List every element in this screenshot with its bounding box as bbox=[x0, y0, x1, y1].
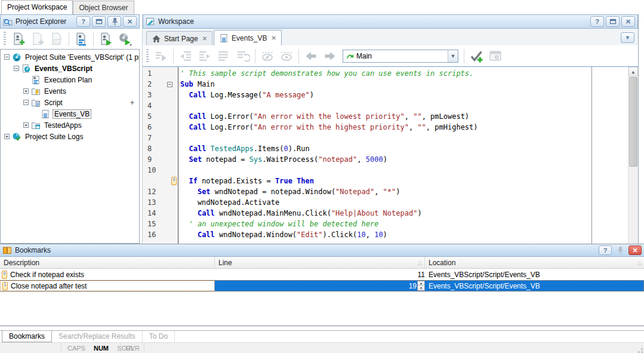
spinner-up-icon[interactable]: ▲ bbox=[418, 281, 424, 286]
run-suite-button[interactable] bbox=[116, 30, 134, 47]
scroll-thumb[interactable] bbox=[629, 77, 637, 167]
code-editor[interactable]: 123456789101213141516 −0 ' This sample s… bbox=[143, 67, 638, 244]
toolbar-grip[interactable] bbox=[4, 32, 6, 46]
editor-tab-start-page[interactable]: Start Page✕ bbox=[146, 31, 212, 45]
close-button[interactable]: ✕ bbox=[621, 16, 635, 27]
code-area[interactable]: ' This sample script demonstrates how yo… bbox=[178, 67, 628, 244]
check-add-button[interactable] bbox=[467, 48, 485, 65]
line-spinner[interactable]: ▲▼ bbox=[417, 281, 425, 291]
code-line[interactable]: Call TestedApps.Items(0).Run bbox=[180, 143, 628, 154]
add-project-button[interactable] bbox=[10, 30, 27, 47]
format-undo-button[interactable] bbox=[234, 48, 252, 65]
margin-cell[interactable] bbox=[167, 100, 178, 111]
margin-cell[interactable] bbox=[167, 111, 178, 122]
bookmark-description-cell[interactable]: 1Close notepad after test bbox=[0, 280, 215, 291]
tree-item-testedapps[interactable]: +TestedApps bbox=[1, 119, 139, 131]
add-script-item-button[interactable]: + bbox=[130, 99, 134, 107]
bookmark-row[interactable]: 0Check if notepad exists11Events_VBScrip… bbox=[0, 269, 644, 280]
outdent-button[interactable] bbox=[177, 48, 195, 65]
code-line[interactable]: Call wndNotepad.MainMenu.Click("Help|Abo… bbox=[180, 208, 628, 219]
help-button[interactable]: ? bbox=[599, 245, 612, 255]
code-line[interactable] bbox=[180, 165, 628, 176]
margin-cell[interactable] bbox=[167, 122, 178, 133]
margin-cell[interactable] bbox=[167, 68, 178, 79]
code-line[interactable]: Set notepad = Sys.WaitProcess("notepad",… bbox=[180, 154, 628, 165]
margin-cell[interactable] bbox=[167, 197, 178, 208]
tree-item-project-suite-logs[interactable]: +Project Suite Logs bbox=[1, 131, 139, 142]
code-line[interactable]: Sub Main bbox=[180, 79, 628, 90]
code-line[interactable]: Call Log.Message("A message") bbox=[180, 90, 628, 100]
hide-code-button[interactable] bbox=[258, 48, 276, 65]
execution-plan-button[interactable] bbox=[72, 30, 90, 47]
code-line[interactable] bbox=[180, 133, 628, 143]
margin-cell[interactable] bbox=[167, 186, 178, 197]
code-line[interactable]: ' an unexpected window will be detected … bbox=[180, 219, 628, 229]
show-code-button[interactable] bbox=[278, 48, 295, 65]
margin-cell[interactable] bbox=[167, 143, 178, 154]
editor-tab-events-vb[interactable]: Events_VB✕ bbox=[214, 30, 282, 45]
help-button[interactable]: ? bbox=[590, 16, 604, 27]
bookmark-row[interactable]: 1Close notepad after test19▲▼Events_VBSc… bbox=[0, 280, 644, 291]
tree-expander[interactable]: − bbox=[23, 100, 29, 105]
margin-cell[interactable] bbox=[167, 219, 178, 229]
tree-item-execution-plan[interactable]: Execution Plan bbox=[1, 74, 139, 85]
format-run-button[interactable] bbox=[152, 48, 170, 65]
editor-vertical-scrollbar[interactable]: ▲ bbox=[628, 67, 638, 244]
fold-collapse-icon[interactable]: − bbox=[167, 82, 172, 87]
code-line[interactable]: Set wndNotepad = notepad.Window("Notepad… bbox=[180, 186, 628, 197]
restore-button[interactable] bbox=[92, 16, 106, 27]
tab-overflow-button[interactable]: ▼ bbox=[621, 32, 634, 43]
margin-cell[interactable] bbox=[167, 90, 178, 100]
code-line[interactable] bbox=[180, 100, 628, 111]
bottom-tab-search-replace-results[interactable]: Search/Replace Results bbox=[52, 331, 143, 342]
window-gear-disabled-button[interactable] bbox=[486, 48, 504, 65]
close-button[interactable]: ✕ bbox=[628, 245, 642, 255]
margin-cell[interactable] bbox=[167, 229, 178, 240]
editor-margin-column[interactable]: −0 bbox=[167, 67, 178, 244]
scroll-up-button[interactable]: ▲ bbox=[628, 67, 638, 76]
margin-cell[interactable]: − bbox=[167, 79, 178, 90]
pin-button-disabled[interactable] bbox=[614, 245, 627, 255]
code-line[interactable]: Call Log.Error("An error with the lowest… bbox=[180, 111, 628, 122]
tree-expander[interactable]: − bbox=[4, 54, 10, 60]
tree-item-events[interactable]: +Events bbox=[1, 85, 139, 97]
tree-expander[interactable]: + bbox=[23, 88, 29, 94]
column-header-line[interactable]: Line△ bbox=[215, 257, 425, 268]
tree-item-script[interactable]: −Script+ bbox=[1, 97, 139, 108]
code-line[interactable]: ' This sample script demonstrates how yo… bbox=[180, 68, 628, 79]
margin-cell[interactable]: 0 bbox=[167, 176, 178, 186]
tree-item-events-vb[interactable]: Events_VB bbox=[1, 108, 139, 119]
pin-button[interactable] bbox=[107, 16, 121, 27]
margin-cell[interactable] bbox=[167, 133, 178, 143]
tree-item-events-vbscript[interactable]: −Events_VBScript bbox=[1, 63, 139, 74]
column-header-location[interactable]: Location△ bbox=[425, 257, 644, 268]
open-item-disabled-button[interactable] bbox=[48, 30, 66, 47]
column-header-description[interactable]: Description bbox=[0, 257, 215, 268]
tree-expander[interactable]: − bbox=[14, 66, 19, 71]
tree-item-project-suite-events-vbscript-1-projec[interactable]: −Project Suite 'Events_VBScript' (1 proj… bbox=[1, 51, 139, 63]
tab-close-icon[interactable]: ✕ bbox=[201, 35, 207, 42]
tree-expander[interactable]: + bbox=[23, 122, 29, 128]
spinner-down-icon[interactable]: ▼ bbox=[418, 286, 424, 290]
margin-cell[interactable] bbox=[167, 208, 178, 219]
bottom-tab-bookmarks[interactable]: Bookmarks bbox=[2, 331, 52, 342]
nav-forward-button[interactable] bbox=[321, 48, 339, 65]
tab-close-icon[interactable]: ✕ bbox=[270, 35, 276, 41]
indent-button[interactable] bbox=[196, 48, 214, 65]
code-line[interactable]: If notepad.Exists = True Then bbox=[180, 176, 628, 186]
tree-expander[interactable]: + bbox=[4, 134, 10, 139]
margin-cell[interactable] bbox=[167, 165, 178, 176]
nav-back-button[interactable] bbox=[302, 48, 320, 65]
doc-tab-object-browser[interactable]: Object Browser bbox=[73, 1, 134, 14]
code-line[interactable]: Call Log.Error("An error with the highes… bbox=[180, 122, 628, 133]
help-button[interactable]: ? bbox=[76, 16, 90, 27]
format-lines-button[interactable] bbox=[215, 48, 233, 65]
code-line[interactable]: wndNotepad.Activate bbox=[180, 197, 628, 208]
routine-combo[interactable]: Main▼ bbox=[343, 50, 458, 63]
add-item-disabled-button[interactable] bbox=[29, 30, 47, 47]
doc-tab-project-workspace[interactable]: Project Workspace bbox=[1, 0, 73, 14]
margin-cell[interactable] bbox=[167, 154, 178, 165]
combo-dropdown-button[interactable]: ▼ bbox=[448, 50, 458, 62]
close-button[interactable]: ✕ bbox=[123, 16, 137, 27]
resize-grip[interactable] bbox=[636, 346, 643, 353]
